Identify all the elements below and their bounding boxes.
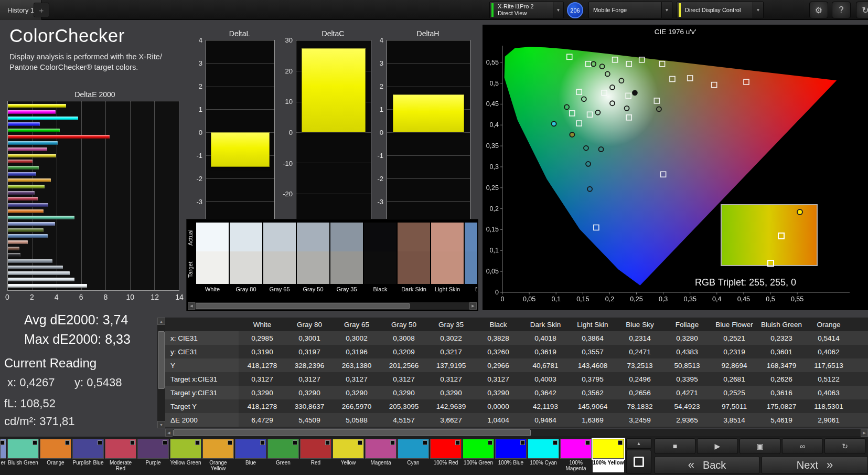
swatch-gray-35[interactable]: Gray 35	[330, 223, 363, 295]
scroll-left-icon[interactable]: ◀	[165, 429, 173, 437]
patch-color-block[interactable]	[202, 439, 234, 459]
patch-color-block[interactable]	[137, 439, 169, 459]
patch-color-block[interactable]	[430, 439, 462, 459]
scrollbar-thumb[interactable]	[158, 331, 165, 389]
patch-checkbox[interactable]	[130, 440, 135, 445]
patch-checkbox[interactable]	[423, 440, 427, 445]
swatch-light-skin[interactable]: Light Skin	[431, 223, 464, 295]
patch-color-block[interactable]	[333, 439, 364, 459]
patch-color-block[interactable]	[365, 439, 397, 459]
swatch-white[interactable]: White	[196, 223, 229, 295]
scrollbar-thumb[interactable]	[196, 303, 410, 309]
patch-bluish-green[interactable]: Bluish Green	[7, 439, 39, 474]
table-horizontal-scrollbar[interactable]: ◀ ▶	[165, 429, 868, 437]
add-tab-button[interactable]: +	[34, 3, 49, 17]
patch-100-yellow[interactable]: 100% Yellow	[593, 439, 624, 474]
patch-checkbox[interactable]	[488, 440, 492, 445]
patch-color-block[interactable]	[72, 439, 104, 459]
scroll-up-icon[interactable]: ▲	[157, 318, 165, 325]
patch-orange-yellow[interactable]: Orange Yellow	[202, 439, 234, 474]
patch-100-cyan[interactable]: 100% Cyan	[528, 439, 559, 474]
patch-green[interactable]: Green	[267, 439, 299, 474]
patch-checkbox[interactable]	[520, 440, 525, 445]
patch-color-block[interactable]	[495, 439, 527, 459]
patch-checkbox[interactable]	[65, 440, 70, 445]
swatch-gray-80[interactable]: Gray 80	[230, 223, 262, 295]
session-button[interactable]: ↻	[856, 2, 868, 18]
patch-color-block[interactable]	[40, 439, 71, 459]
help-button[interactable]: ?	[832, 2, 851, 18]
patch-checkbox[interactable]	[455, 440, 460, 445]
scroll-right-icon[interactable]: ▶	[469, 302, 477, 310]
patch-checkbox[interactable]	[260, 440, 265, 445]
scroll-left-icon[interactable]: ◀	[188, 302, 195, 310]
patch-purple[interactable]: Purple	[137, 439, 169, 474]
patch-checkbox[interactable]	[228, 440, 232, 445]
swatch-gray-65[interactable]: Gray 65	[263, 223, 296, 295]
cie-zoom-inset[interactable]	[721, 205, 817, 266]
patch-color-block[interactable]	[0, 439, 6, 459]
patch-checkbox[interactable]	[195, 440, 200, 445]
patch-cyan[interactable]: Cyan	[398, 439, 429, 474]
patch-scroll-up-button[interactable]: ▲	[626, 438, 651, 449]
patch-color-block[interactable]	[528, 439, 559, 459]
read-continuous-button[interactable]: ∞	[782, 438, 823, 454]
patch-checkbox[interactable]	[98, 440, 102, 445]
patch-checkbox[interactable]	[325, 440, 330, 445]
patch-checkbox[interactable]	[163, 440, 167, 445]
patch-color-block[interactable]	[463, 439, 494, 459]
patch-checkbox[interactable]	[0, 440, 5, 445]
measurement-counter-badge[interactable]: 206	[567, 2, 583, 18]
patch-100-red[interactable]: 100% Red	[430, 439, 462, 474]
patch-red[interactable]: Red	[300, 439, 331, 474]
source-selector[interactable]: Mobile Forge ▼	[588, 2, 672, 18]
back-button[interactable]: « Back	[655, 456, 759, 474]
patch-orange[interactable]: Orange	[40, 439, 71, 474]
table-vertical-scrollbar[interactable]: ▲ ▼	[157, 318, 165, 428]
patch-color-block[interactable]	[398, 439, 429, 459]
patch-100-green[interactable]: 100% Green	[463, 439, 494, 474]
patch-checkbox[interactable]	[293, 440, 297, 445]
patch-checkbox[interactable]	[358, 440, 362, 445]
patch-100-magenta[interactable]: 100% Magenta	[560, 439, 592, 474]
stop-button[interactable]: ■	[655, 438, 695, 454]
display-control-selector[interactable]: Direct Display Control ▼	[677, 2, 764, 18]
patch-color-block[interactable]	[170, 439, 201, 459]
scroll-down-icon[interactable]: ▼	[157, 421, 165, 428]
patch-purplish-blue[interactable]: Purplish Blue	[72, 439, 104, 474]
patch-color-block[interactable]	[560, 439, 592, 459]
patch-checkbox[interactable]	[585, 440, 590, 445]
patch-blue[interactable]: Blue	[235, 439, 266, 474]
play-button[interactable]: ▶	[697, 438, 738, 454]
swatch-blue[interactable]: Blue	[465, 223, 477, 295]
patch-color-block[interactable]	[267, 439, 299, 459]
swatch-black[interactable]: Black	[364, 223, 397, 295]
patch-moderate-red[interactable]: Moderate Red	[105, 439, 136, 474]
patch-yellow-green[interactable]: Yellow Green	[170, 439, 201, 474]
patch-checkbox[interactable]	[33, 440, 37, 445]
patch-er[interactable]: er	[0, 439, 6, 474]
swatch-gray-50[interactable]: Gray 50	[297, 223, 329, 295]
cie-diagram[interactable]: 000,050,050,10,10,150,150,20,20,250,250,…	[483, 25, 868, 310]
patch-color-block[interactable]	[105, 439, 136, 459]
patch-checkbox[interactable]	[553, 440, 558, 445]
patch-color-block[interactable]	[235, 439, 266, 459]
patch-color-block[interactable]	[300, 439, 331, 459]
next-button[interactable]: Next »	[762, 456, 868, 474]
scrollbar-thumb[interactable]	[173, 429, 531, 436]
scroll-right-icon[interactable]: ▶	[861, 429, 868, 437]
patch-checkbox[interactable]	[618, 440, 623, 445]
swatch-strip-scrollbar[interactable]: ◀ ▶	[188, 302, 477, 310]
patch-checkbox[interactable]	[390, 440, 395, 445]
meter-selector[interactable]: X-Rite i1Pro 2 Direct View ▼	[489, 2, 564, 18]
swatch-dark-skin[interactable]: Dark Skin	[398, 223, 430, 295]
patch-magenta[interactable]: Magenta	[365, 439, 397, 474]
patch-window-button[interactable]	[626, 450, 651, 474]
patch-100-blue[interactable]: 100% Blue	[495, 439, 527, 474]
patch-yellow[interactable]: Yellow	[333, 439, 364, 474]
patch-color-block[interactable]	[593, 439, 624, 459]
read-single-button[interactable]: ▣	[740, 438, 780, 454]
settings-button[interactable]: ⚙	[809, 2, 828, 18]
loop-button[interactable]: ↻	[824, 438, 865, 454]
patch-color-block[interactable]	[7, 439, 39, 459]
